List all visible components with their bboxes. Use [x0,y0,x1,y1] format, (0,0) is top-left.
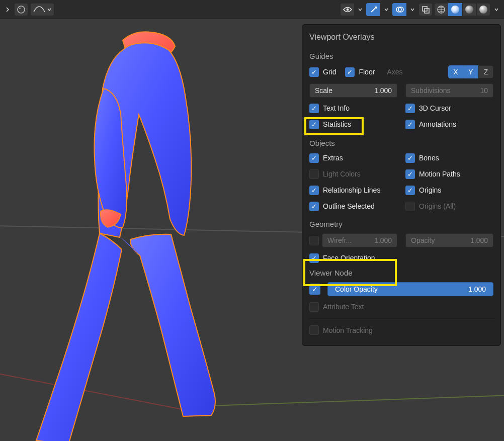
grid-checkbox[interactable]: Grid [309,66,336,77]
svg-point-2 [346,8,349,11]
wireframe-field[interactable]: Wirefr... 1.000 [322,233,397,247]
axes-label: Axes [387,66,402,77]
shading-solid[interactable] [448,3,462,16]
axis-z-button[interactable]: Z [478,65,493,78]
falloff-dropdown[interactable] [30,3,54,16]
viewport-overlays-panel: Viewport Overlays Guides Grid Floor Axes… [302,24,501,346]
subdiv-value: 10 [480,86,488,95]
light-colors-checkbox[interactable]: Light Colors [309,168,397,180]
outline-selected-checkbox[interactable]: Outline Selected [309,201,397,212]
shading-matprev[interactable] [462,3,476,16]
relationship-lines-checkbox[interactable]: Relationship Lines [309,185,397,196]
color-opacity-slider[interactable]: Color Opacity 1.000 [327,282,493,296]
panel-separator [308,318,494,319]
attribute-text-checkbox[interactable]: Attribute Text [309,301,364,312]
wire-opacity-field[interactable]: Opacity 1.000 [405,233,493,247]
shading-mode-group [434,3,490,16]
3d-cursor-checkbox[interactable]: 3D Cursor [405,103,493,114]
section-guides: Guides [309,52,493,60]
svg-point-0 [18,6,25,13]
origins-checkbox[interactable]: Origins [405,185,493,196]
shading-dropdown[interactable] [492,3,501,16]
scale-value: 1.000 [374,86,392,95]
extras-checkbox[interactable]: Extras [309,152,397,163]
face-orientation-checkbox[interactable]: Face Orientation [309,252,375,263]
x-axis-line [0,369,187,411]
panel-title: Viewport Overlays [309,33,493,42]
gizmos-dropdown[interactable] [382,3,391,16]
sphere-icon-button[interactable] [14,3,28,16]
axis-y-button[interactable]: Y [463,65,478,78]
pants-left-frontface [36,233,122,441]
sleeve-frontface [94,89,127,227]
motion-paths-checkbox[interactable]: Motion Paths [405,168,493,180]
grid-label: Grid [323,66,336,77]
svg-point-1 [19,8,20,9]
subdiv-label: Subdivisions [411,86,451,95]
viewport-header [0,0,504,19]
section-geometry: Geometry [309,220,493,228]
bones-checkbox[interactable]: Bones [405,152,493,163]
face-orientation-mesh [4,28,266,441]
shading-wireframe[interactable] [434,3,448,16]
section-viewer: Viewer Node [309,269,493,277]
shading-rendered[interactable] [476,3,490,16]
gizmos-button[interactable] [366,3,380,16]
wireframe-checkbox[interactable] [309,236,319,245]
pocket-backface [101,210,121,227]
header-left-chevron[interactable] [3,3,12,16]
section-objects: Objects [309,139,493,147]
visibility-button[interactable] [340,3,354,16]
motion-tracking-checkbox[interactable]: Motion Tracking [309,325,373,336]
viewer-enable-checkbox[interactable]: ✓ [309,284,320,295]
floor-checkbox[interactable]: Floor [345,66,375,77]
visibility-dropdown[interactable] [356,3,365,16]
y-axis-line [181,393,504,407]
xray-button[interactable] [418,3,433,16]
scale-label: Scale [315,86,332,95]
overlays-button[interactable] [392,3,406,16]
text-info-checkbox[interactable]: Text Info [309,103,397,114]
pants-right-frontface [130,234,215,416]
subdivisions-field[interactable]: Subdivisions 10 [405,83,493,98]
collar-backface [123,32,175,61]
pants-seat-frontface [121,237,140,255]
statistics-checkbox[interactable]: Statistics [309,119,397,130]
origins-all-checkbox[interactable]: Origins (All) [405,201,493,212]
axis-x-button[interactable]: X [448,65,463,78]
jacket-frontface [98,43,191,237]
floor-label: Floor [359,66,375,77]
mesh-figure [4,28,266,441]
scale-field[interactable]: Scale 1.000 [309,83,397,98]
overlays-dropdown[interactable] [408,3,417,16]
annotations-checkbox[interactable]: Annotations [405,119,493,130]
